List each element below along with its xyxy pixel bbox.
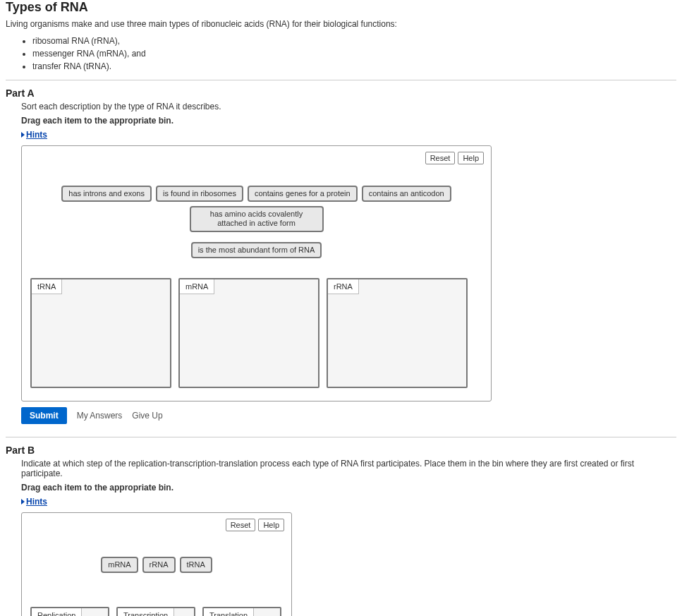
bin-rrna[interactable]: rRNA	[327, 278, 468, 388]
bin-label: Translation	[204, 608, 254, 616]
drag-item[interactable]: mRNA	[101, 557, 138, 573]
bin-transcription[interactable]: Transcription	[116, 607, 195, 616]
hints-toggle[interactable]: Hints	[21, 497, 47, 507]
reset-button[interactable]: Reset	[226, 519, 256, 531]
bin-label: Replication	[32, 608, 82, 616]
give-up-link[interactable]: Give Up	[132, 411, 162, 421]
drag-item[interactable]: is the most abundant form of RNA	[191, 242, 322, 258]
help-button[interactable]: Help	[458, 152, 484, 164]
bin-trna[interactable]: tRNA	[30, 278, 171, 388]
bin-label: mRNA	[180, 279, 214, 294]
drag-item[interactable]: contains an anticodon	[362, 186, 451, 202]
drag-item[interactable]: tRNA	[180, 557, 212, 573]
caret-right-icon	[21, 132, 25, 138]
divider	[6, 80, 676, 80]
hints-label: Hints	[26, 130, 47, 140]
bin-label: rRNA	[328, 279, 359, 294]
bin-replication[interactable]: Replication	[30, 607, 109, 616]
part-a-heading: Part A	[6, 87, 676, 99]
part-a-items: has introns and exons is found in riboso…	[30, 153, 482, 238]
drag-item[interactable]: rRNA	[142, 557, 176, 573]
part-a-actions: Submit My Answers Give Up	[21, 407, 676, 424]
part-a-workspace: Reset Help has introns and exons is foun…	[21, 145, 492, 401]
caret-right-icon	[21, 499, 25, 505]
bin-label: Transcription	[118, 608, 174, 616]
rna-type-list: ribosomal RNA (rRNA), messenger RNA (mRN…	[20, 35, 676, 73]
part-b-bins: Replication Transcription Translation	[30, 607, 283, 616]
submit-button[interactable]: Submit	[21, 407, 67, 424]
part-a-instruction: Sort each description by the type of RNA…	[21, 102, 676, 111]
part-b-instruction: Indicate at which step of the replicatio…	[21, 459, 676, 478]
my-answers-link[interactable]: My Answers	[77, 411, 123, 421]
drag-item[interactable]: has introns and exons	[61, 186, 152, 202]
hints-toggle[interactable]: Hints	[21, 130, 47, 140]
drag-item[interactable]: contains genes for a protein	[248, 186, 358, 202]
part-b-workspace: Reset Help mRNA rRNA tRNA Replication Tr…	[21, 512, 292, 616]
drag-instruction: Drag each item to the appropriate bin.	[21, 483, 676, 493]
list-item: ribosomal RNA (rRNA),	[32, 35, 676, 47]
drag-item[interactable]: has amino acids covalently attached in a…	[190, 206, 324, 231]
reset-button[interactable]: Reset	[425, 152, 456, 164]
page-title: Types of RNA	[6, 0, 676, 15]
list-item: messenger RNA (mRNA), and	[32, 47, 676, 60]
divider	[6, 437, 676, 437]
list-item: transfer RNA (tRNA).	[32, 60, 676, 73]
part-a-bins: tRNA mRNA rRNA	[30, 278, 482, 388]
drag-instruction: Drag each item to the appropriate bin.	[21, 116, 676, 126]
intro-text: Living organisms make and use three main…	[6, 19, 676, 29]
help-button[interactable]: Help	[258, 519, 284, 531]
hints-label: Hints	[26, 497, 47, 507]
part-b-heading: Part B	[6, 445, 676, 456]
bin-label: tRNA	[32, 279, 62, 294]
bin-translation[interactable]: Translation	[202, 607, 281, 616]
bin-mrna[interactable]: mRNA	[178, 278, 319, 388]
drag-item[interactable]: is found in ribosomes	[156, 186, 243, 202]
